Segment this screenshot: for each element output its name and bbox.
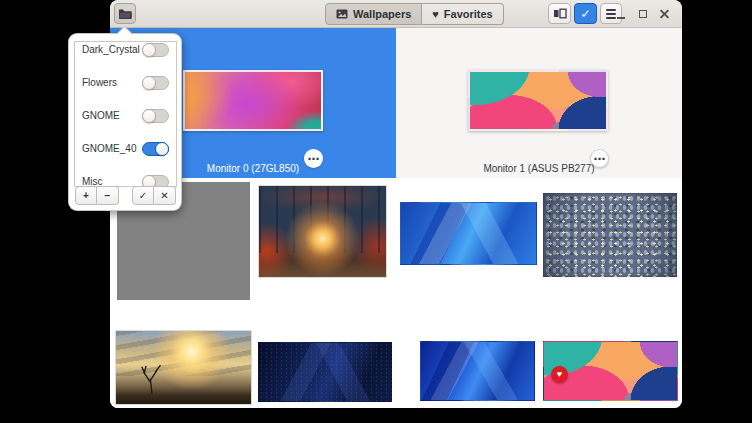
monitor-1-label: Monitor 1 (ASUS PB277) <box>396 163 682 174</box>
check-icon: ✓ <box>580 7 590 21</box>
dual-monitor-icon <box>553 8 567 19</box>
plus-icon: + <box>83 190 89 201</box>
remove-folder-button[interactable]: − <box>97 186 119 205</box>
folders-popover: Dark_Crystal Flowers GNOME GNOME_40 Misc… <box>68 33 182 211</box>
close-button[interactable] <box>658 8 671 21</box>
wallpaper-gallery: ♥ <box>110 178 682 408</box>
image-icon <box>336 9 348 19</box>
cancel-button[interactable]: ✕ <box>154 186 176 205</box>
header-bar: Wallpapers ♥ Favorites ✓ <box>110 0 682 28</box>
tab-favorites-label: Favorites <box>444 8 493 20</box>
folder-row-gnome-40: GNOME_40 <box>75 132 176 165</box>
toggle-knob <box>142 109 156 123</box>
minus-icon: − <box>105 190 111 201</box>
wallpaper-thumb-blue-geometric-light[interactable] <box>400 202 537 265</box>
monitor-layout-button[interactable] <box>548 3 571 24</box>
monitor-1-panel[interactable]: ⋯ Monitor 1 (ASUS PB277) <box>396 28 682 178</box>
folder-name: GNOME <box>82 110 120 121</box>
apply-wallpapers-button[interactable]: ✓ <box>574 3 597 24</box>
minimize-icon <box>617 17 625 19</box>
folder-row-gnome: GNOME <box>75 99 176 132</box>
folder-toggle[interactable] <box>142 109 169 123</box>
folder-toggle[interactable] <box>142 142 169 156</box>
popover-footer: + − ✓ ✕ <box>75 186 176 205</box>
toggle-knob <box>142 76 156 90</box>
maximize-button[interactable] <box>636 8 649 21</box>
folder-list: Dark_Crystal Flowers GNOME GNOME_40 Misc <box>74 41 177 187</box>
maximize-icon <box>639 10 647 18</box>
wallpaper-thumb-deep-blue-geometric[interactable] <box>420 341 535 401</box>
tab-wallpapers-label: Wallpapers <box>353 8 411 20</box>
wallpaper-thumb-autumn-forest[interactable] <box>258 185 387 278</box>
wallpaper-thumb-golden-sunset[interactable] <box>115 330 252 405</box>
heart-icon: ♥ <box>557 370 562 379</box>
folder-row-misc: Misc <box>75 165 176 187</box>
tab-wallpapers[interactable]: Wallpapers <box>325 3 422 25</box>
folder-name: Flowers <box>82 77 117 88</box>
folder-name: Dark_Crystal <box>82 44 140 55</box>
monitor-1-wallpaper-preview <box>468 70 608 131</box>
folder-open-icon <box>118 8 132 20</box>
favorite-heart-badge: ♥ <box>551 366 568 383</box>
confirm-cancel-group: ✓ ✕ <box>132 186 176 205</box>
window-controls <box>614 0 671 28</box>
folder-row-dark-crystal: Dark_Crystal <box>75 41 176 66</box>
check-icon: ✓ <box>139 190 147 201</box>
minimize-button[interactable] <box>614 8 627 21</box>
tree-silhouette <box>135 360 169 394</box>
toggle-knob <box>142 43 156 57</box>
folder-toggle[interactable] <box>142 43 169 57</box>
monitors-row: ⋯ Monitor 0 (27GL850) ⋯ Monitor 1 (ASUS … <box>110 28 682 178</box>
tab-favorites[interactable]: ♥ Favorites <box>422 3 503 25</box>
monitor-0-wallpaper-preview <box>183 70 323 131</box>
desktop-background: { "accent_color": "#3584e4", "header": {… <box>0 0 752 423</box>
view-switcher: Wallpapers ♥ Favorites <box>325 3 504 25</box>
heart-icon: ♥ <box>432 9 439 20</box>
folder-row-flowers: Flowers <box>75 66 176 99</box>
wallpaper-thumb-gnome40-abstract[interactable]: ♥ <box>543 341 678 401</box>
wallpaper-thumb-aerial-winter-forest[interactable] <box>543 193 677 277</box>
folder-name: GNOME_40 <box>82 143 136 154</box>
app-window: Wallpapers ♥ Favorites ✓ <box>110 0 682 408</box>
folder-sources-button[interactable] <box>114 3 136 24</box>
wallpaper-thumb-dark-navy-geometric[interactable] <box>258 342 392 402</box>
folder-toggle[interactable] <box>142 76 169 90</box>
toggle-knob <box>155 142 169 156</box>
close-icon <box>660 9 669 18</box>
add-folder-button[interactable]: + <box>75 186 97 205</box>
cross-icon: ✕ <box>160 190 168 201</box>
confirm-button[interactable]: ✓ <box>132 186 154 205</box>
add-remove-group: + − <box>75 186 119 205</box>
